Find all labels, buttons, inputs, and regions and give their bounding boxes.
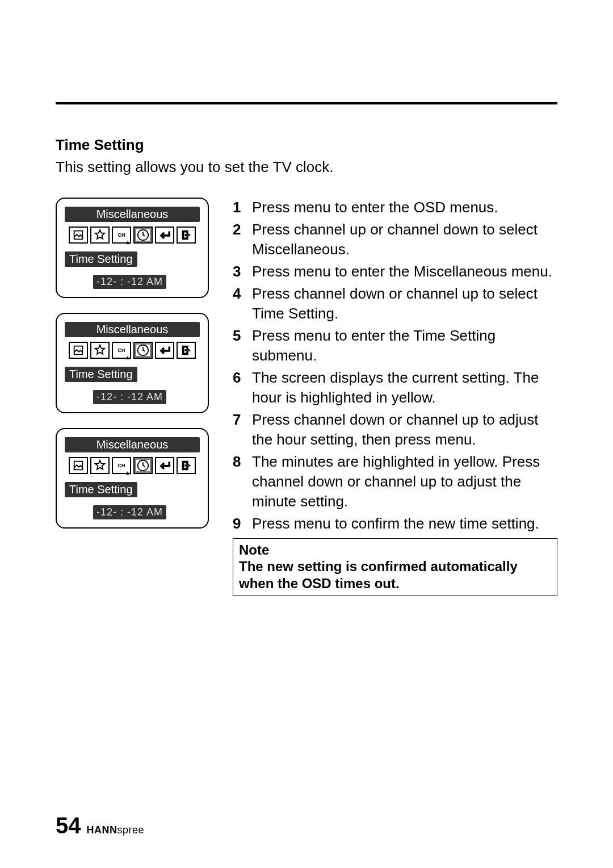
osd-value[interactable]: -12- : -12 AM bbox=[93, 275, 166, 289]
note-label: Note bbox=[239, 542, 551, 558]
step-text: Press channel down or channel up to sele… bbox=[252, 284, 557, 324]
step-number: 4 bbox=[233, 284, 252, 324]
osd-value[interactable]: -12- : -12 AM bbox=[93, 390, 166, 404]
enter-icon[interactable] bbox=[155, 457, 174, 474]
osd-item-wrap: ▴Time Setting bbox=[65, 359, 200, 382]
clock-icon[interactable] bbox=[133, 227, 153, 244]
step-number: 2 bbox=[233, 220, 252, 259]
picture-icon[interactable] bbox=[69, 342, 88, 359]
instructions: 1Press menu to enter the OSD menus.2Pres… bbox=[233, 198, 557, 596]
step-number: 5 bbox=[233, 326, 252, 366]
step-text: Press menu to confirm the new time setti… bbox=[252, 514, 557, 534]
step-item: 9Press menu to confirm the new time sett… bbox=[233, 514, 557, 534]
osd-item-wrap: ▴Time Setting bbox=[65, 244, 200, 267]
star-icon[interactable] bbox=[90, 342, 110, 359]
step-number: 9 bbox=[233, 514, 252, 534]
enter-icon[interactable] bbox=[155, 342, 174, 359]
osd-tabs: CH bbox=[65, 457, 200, 474]
step-text: Press menu to enter the Miscellaneous me… bbox=[252, 262, 557, 282]
header-rule bbox=[56, 102, 557, 104]
osd-tabs: CH bbox=[65, 227, 200, 244]
osd-item[interactable]: Time Setting bbox=[65, 251, 137, 267]
step-number: 8 bbox=[233, 452, 252, 511]
step-item: 1Press menu to enter the OSD menus. bbox=[233, 198, 557, 217]
osd-value[interactable]: -12- : -12 AM bbox=[93, 505, 166, 519]
osd-panel: MiscellaneousCH▴Time Setting-12- : -12 A… bbox=[56, 198, 209, 298]
osd-title: Miscellaneous bbox=[65, 322, 200, 337]
step-text: Press channel up or channel down to sele… bbox=[252, 220, 557, 259]
step-item: 5Press menu to enter the Time Setting su… bbox=[233, 326, 557, 366]
star-icon[interactable] bbox=[90, 457, 110, 474]
step-item: 3Press menu to enter the Miscellaneous m… bbox=[233, 262, 557, 282]
caret-icon: ▴ bbox=[126, 468, 129, 476]
osd-panel: MiscellaneousCH▴Time Setting-12- : -12 A… bbox=[56, 428, 209, 529]
osd-tabs: CH bbox=[65, 342, 200, 359]
brand-rest: spree bbox=[117, 824, 145, 836]
step-text: The minutes are highlighted in yellow. P… bbox=[252, 452, 557, 511]
steps-list: 1Press menu to enter the OSD menus.2Pres… bbox=[233, 198, 557, 534]
star-icon[interactable] bbox=[90, 227, 110, 244]
clock-icon[interactable] bbox=[133, 342, 153, 359]
step-number: 3 bbox=[233, 262, 252, 282]
osd-panels: MiscellaneousCH▴Time Setting-12- : -12 A… bbox=[56, 198, 209, 529]
exit-icon[interactable] bbox=[177, 457, 196, 474]
step-text: Press channel down or channel up to adju… bbox=[252, 410, 557, 450]
step-text: Press menu to enter the OSD menus. bbox=[252, 198, 557, 217]
note-text: The new setting is confirmed automatical… bbox=[239, 558, 551, 592]
step-text: Press menu to enter the Time Setting sub… bbox=[252, 326, 557, 366]
footer: 54 HANNspree bbox=[56, 813, 144, 838]
picture-icon[interactable] bbox=[69, 227, 88, 244]
step-item: 7Press channel down or channel up to adj… bbox=[233, 410, 557, 450]
step-item: 2Press channel up or channel down to sel… bbox=[233, 220, 557, 259]
step-number: 7 bbox=[233, 410, 252, 450]
step-number: 1 bbox=[233, 198, 252, 217]
exit-icon[interactable] bbox=[177, 342, 196, 359]
step-text: The screen displays the current setting.… bbox=[252, 368, 557, 408]
brand-bold: HANN bbox=[87, 824, 117, 836]
picture-icon[interactable] bbox=[69, 457, 88, 474]
osd-item[interactable]: Time Setting bbox=[65, 367, 137, 382]
enter-icon[interactable] bbox=[155, 227, 174, 244]
clock-icon[interactable] bbox=[133, 457, 153, 474]
osd-item[interactable]: Time Setting bbox=[65, 482, 137, 497]
step-item: 6The screen displays the current setting… bbox=[233, 368, 557, 408]
page-number: 54 bbox=[56, 813, 81, 838]
osd-title: Miscellaneous bbox=[65, 437, 200, 452]
osd-item-wrap: ▴Time Setting bbox=[65, 474, 200, 497]
step-number: 6 bbox=[233, 368, 252, 408]
osd-panel: MiscellaneousCH▴Time Setting-12- : -12 A… bbox=[56, 313, 209, 413]
lead-text: This setting allows you to set the TV cl… bbox=[56, 158, 557, 176]
caret-icon: ▴ bbox=[126, 353, 129, 361]
step-item: 4Press channel down or channel up to sel… bbox=[233, 284, 557, 324]
exit-icon[interactable] bbox=[177, 227, 196, 244]
brand: HANNspree bbox=[87, 824, 145, 836]
caret-icon: ▴ bbox=[126, 238, 129, 246]
note-box: Note The new setting is confirmed automa… bbox=[233, 538, 557, 596]
page-content: Time Setting This setting allows you to … bbox=[56, 136, 557, 596]
step-item: 8The minutes are highlighted in yellow. … bbox=[233, 452, 557, 511]
osd-title: Miscellaneous bbox=[65, 207, 200, 222]
section-heading: Time Setting bbox=[56, 136, 557, 154]
